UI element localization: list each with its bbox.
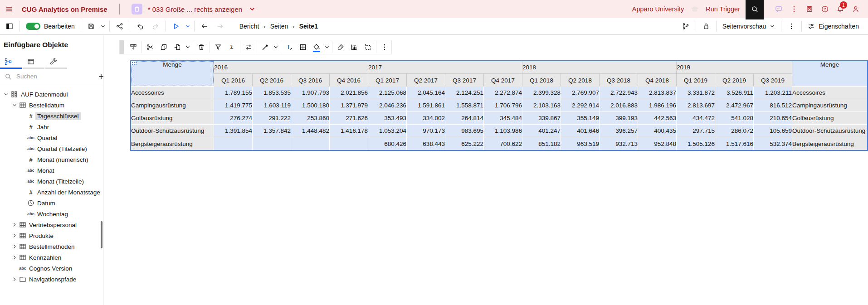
tree-item-monat[interactable]: abcMonat	[0, 165, 103, 176]
tree-item-tagesschlüssel[interactable]: #Tagesschlüssel	[0, 111, 103, 121]
paste-button[interactable]	[171, 40, 184, 54]
tree-item-label[interactable]: Quartal (Titelzeile)	[35, 145, 89, 153]
value-cell[interactable]	[330, 137, 368, 150]
fill-chevron-icon[interactable]	[323, 40, 331, 54]
value-cell[interactable]: 2.016.883	[600, 99, 638, 112]
tab-tools[interactable]	[45, 55, 67, 69]
tree-item-label[interactable]: Tagesschlüssel	[35, 112, 81, 120]
value-cell[interactable]: 1.986.196	[638, 99, 677, 112]
tree-item-label[interactable]: Wochentag	[35, 210, 70, 218]
chevron-right-icon[interactable]	[11, 222, 18, 228]
value-cell[interactable]: 339.867	[522, 112, 561, 125]
quarter-header[interactable]: Q3 2016	[291, 74, 330, 87]
properties-button[interactable]: Eigenschaften	[804, 19, 863, 33]
toolbar-drag-handle[interactable]	[120, 40, 124, 54]
value-cell[interactable]: 2.722.943	[600, 87, 638, 99]
tree-item-label[interactable]: Monat	[35, 167, 56, 174]
tree-item-bestelldatum[interactable]: Bestelldatum	[0, 100, 103, 111]
brush-button[interactable]	[334, 40, 347, 54]
tree-item-label[interactable]: Kennzahlen	[27, 254, 63, 261]
value-cell[interactable]: 1.603.119	[253, 99, 291, 112]
value-cell[interactable]: 434.472	[677, 112, 715, 125]
year-header[interactable]: 2018	[522, 61, 677, 74]
tree-item-label[interactable]: Bestelldatum	[27, 102, 66, 109]
quarter-header[interactable]: Q4 2017	[484, 74, 522, 87]
notifications-icon[interactable]: 1	[833, 0, 848, 18]
value-cell[interactable]: 1.853.535	[253, 87, 291, 99]
help-icon[interactable]: ?	[817, 0, 833, 18]
report-tab-title[interactable]: * 033 Große ... rechts anzeigen	[148, 5, 242, 13]
value-cell[interactable]: 970.173	[407, 125, 445, 137]
value-cell[interactable]: 1.558.871	[445, 99, 484, 112]
value-cell[interactable]: 625.222	[445, 137, 484, 150]
breadcrumb-seite1[interactable]: Seite1	[299, 23, 318, 30]
value-cell[interactable]: 399.193	[600, 112, 638, 125]
quarter-header[interactable]: Q1 2017	[368, 74, 407, 87]
value-cell[interactable]: 271.626	[330, 112, 368, 125]
value-cell[interactable]: 286.072	[715, 125, 754, 137]
quarter-header[interactable]: Q2 2016	[253, 74, 291, 87]
tree-item-label[interactable]: Produkte	[27, 232, 55, 240]
value-cell[interactable]: 638.443	[407, 137, 445, 150]
crosstab-measure-header-right[interactable]: Menge	[792, 61, 867, 87]
chart-button[interactable]	[347, 40, 361, 54]
row-label[interactable]: Golfausrüstung	[131, 112, 214, 125]
row-label[interactable]: Accessoires	[131, 87, 214, 99]
breadcrumb-seiten[interactable]: Seiten	[270, 23, 288, 30]
quarter-header[interactable]: Q4 2018	[638, 74, 677, 87]
chevron-right-icon[interactable]	[11, 244, 18, 249]
value-cell[interactable]: 1.591.861	[407, 99, 445, 112]
value-cell[interactable]: 2.045.164	[407, 87, 445, 99]
copy-button[interactable]	[157, 40, 171, 54]
value-cell[interactable]: 253.860	[291, 112, 330, 125]
quarter-header[interactable]: Q1 2016	[214, 74, 253, 87]
back-button[interactable]	[197, 19, 212, 33]
row-label[interactable]: Bergsteigerausrüstung	[131, 137, 214, 150]
text-style-button[interactable]: T	[283, 40, 296, 54]
run-chevron-icon[interactable]	[184, 19, 192, 33]
tree-item-label[interactable]: Jahr	[35, 123, 51, 131]
tree-item-anzahl-der-monatstage[interactable]: #Anzahl der Monatstage	[0, 187, 103, 198]
cut-button[interactable]	[143, 40, 157, 54]
tree-item-navigationspfade[interactable]: Navigationspfade	[0, 274, 103, 285]
undo-button[interactable]	[132, 19, 148, 33]
value-cell[interactable]: 401.247	[522, 125, 561, 137]
share-button[interactable]	[112, 19, 127, 33]
value-cell[interactable]	[291, 137, 330, 150]
crosstab-table[interactable]: Menge2016201720182019MengeQ1 2016Q2 2016…	[131, 61, 867, 150]
quarter-header[interactable]: Q4 2016	[330, 74, 368, 87]
value-cell[interactable]: 1.053.204	[368, 125, 407, 137]
swap-rows-columns-button[interactable]	[242, 40, 255, 54]
value-cell[interactable]: 1.907.793	[291, 87, 330, 99]
value-cell[interactable]: 2.472.967	[715, 99, 754, 112]
value-cell[interactable]: 105.659	[754, 125, 792, 137]
row-label-right[interactable]: Campingausrüstung	[792, 99, 867, 112]
forward-button[interactable]	[212, 19, 228, 33]
row-label-right[interactable]: Bergsteigerausrüstung	[792, 137, 867, 150]
tree-item-kennzahlen[interactable]: Kennzahlen	[0, 252, 103, 263]
value-cell[interactable]: 1.357.842	[253, 125, 291, 137]
apps-icon[interactable]	[802, 0, 817, 18]
value-cell[interactable]: 3.331.872	[677, 87, 715, 99]
app-title[interactable]: CUG Analytics on Premise	[22, 5, 107, 13]
quarter-header[interactable]: Q3 2019	[754, 74, 792, 87]
tab-toolbox[interactable]	[23, 55, 44, 69]
chevron-right-icon[interactable]	[11, 276, 18, 282]
value-cell[interactable]: 1.203.211	[754, 87, 792, 99]
value-cell[interactable]: 952.848	[638, 137, 677, 150]
report-tab-chevron-icon[interactable]	[249, 5, 256, 13]
edit-toggle[interactable]: Bearbeiten	[26, 23, 75, 30]
value-cell[interactable]: 401.646	[561, 125, 600, 137]
tree-item-quartal[interactable]: abcQuartal	[0, 132, 103, 143]
year-header[interactable]: 2017	[368, 61, 522, 74]
save-chevron-icon[interactable]	[99, 19, 107, 33]
search-button[interactable]	[746, 0, 764, 19]
chevron-right-icon[interactable]	[11, 255, 18, 260]
value-cell[interactable]: 210.654	[754, 112, 792, 125]
hamburger-menu-icon[interactable]	[0, 0, 18, 18]
tab-source-tree[interactable]	[0, 55, 22, 69]
chevron-down-icon[interactable]	[3, 92, 10, 97]
value-cell[interactable]: 2.769.907	[561, 87, 600, 99]
value-cell[interactable]: 334.002	[407, 112, 445, 125]
value-cell[interactable]: 2.399.328	[522, 87, 561, 99]
